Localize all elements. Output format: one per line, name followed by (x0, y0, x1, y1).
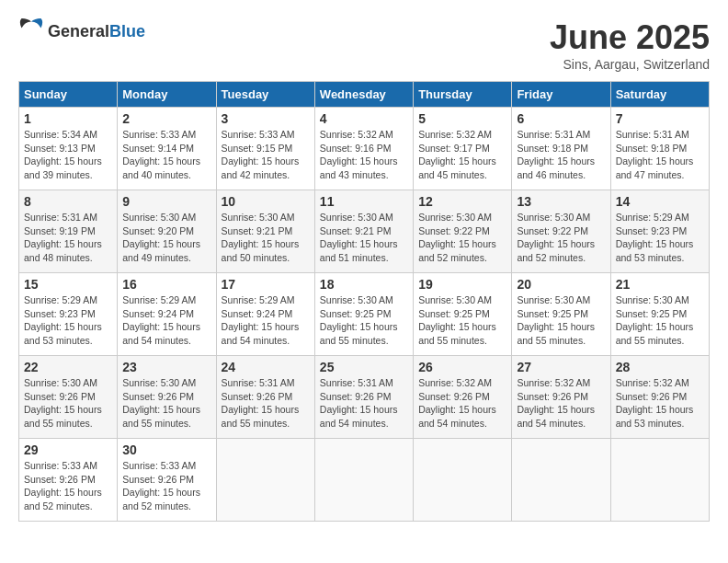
calendar-day-cell: 21 Sunrise: 5:30 AM Sunset: 9:25 PM Dayl… (610, 273, 709, 356)
day-number: 15 (24, 277, 112, 292)
daylight-hours: Daylight: 15 hours and 52 minutes. (517, 238, 595, 263)
daylight-hours: Daylight: 15 hours and 54 minutes. (222, 321, 300, 346)
day-info: Sunrise: 5:30 AM Sunset: 9:21 PM Dayligh… (320, 211, 408, 265)
day-info: Sunrise: 5:31 AM Sunset: 9:19 PM Dayligh… (24, 211, 112, 265)
calendar-day-cell: 30 Sunrise: 5:33 AM Sunset: 9:26 PM Dayl… (118, 439, 216, 522)
calendar-day-cell: 28 Sunrise: 5:32 AM Sunset: 9:26 PM Dayl… (610, 356, 709, 439)
calendar-day-cell (216, 439, 314, 522)
calendar-day-cell: 22 Sunrise: 5:30 AM Sunset: 9:26 PM Dayl… (19, 356, 118, 439)
sunrise-time: Sunrise: 5:31 AM (320, 377, 393, 388)
day-info: Sunrise: 5:33 AM Sunset: 9:15 PM Dayligh… (222, 128, 310, 182)
day-number: 7 (616, 111, 704, 126)
sunrise-time: Sunrise: 5:32 AM (418, 377, 492, 388)
day-info: Sunrise: 5:29 AM Sunset: 9:24 PM Dayligh… (122, 293, 210, 348)
sunset-time: Sunset: 9:21 PM (320, 225, 392, 236)
sunrise-time: Sunrise: 5:30 AM (517, 294, 590, 305)
calendar-day-cell: 27 Sunrise: 5:32 AM Sunset: 9:26 PM Dayl… (512, 356, 610, 439)
day-of-week-header: Monday (118, 82, 216, 108)
daylight-hours: Daylight: 15 hours and 54 minutes. (122, 321, 200, 346)
daylight-hours: Daylight: 15 hours and 53 minutes. (616, 238, 694, 263)
daylight-hours: Daylight: 15 hours and 55 minutes. (122, 404, 200, 429)
daylight-hours: Daylight: 15 hours and 48 minutes. (24, 238, 102, 263)
calendar-week-row: 8 Sunrise: 5:31 AM Sunset: 9:19 PM Dayli… (19, 190, 710, 273)
sunset-time: Sunset: 9:25 PM (616, 308, 688, 319)
sunrise-time: Sunrise: 5:34 AM (24, 129, 97, 140)
sunset-time: Sunset: 9:15 PM (222, 143, 293, 154)
day-number: 1 (24, 111, 112, 126)
sunrise-time: Sunrise: 5:33 AM (222, 129, 295, 140)
sunrise-time: Sunrise: 5:29 AM (222, 294, 295, 305)
sunrise-time: Sunrise: 5:33 AM (24, 460, 97, 471)
day-number: 21 (616, 277, 704, 292)
sunset-time: Sunset: 9:23 PM (616, 225, 688, 236)
sunset-time: Sunset: 9:22 PM (418, 225, 490, 236)
sunset-time: Sunset: 9:23 PM (24, 308, 96, 319)
calendar-day-cell (414, 439, 512, 522)
day-info: Sunrise: 5:29 AM Sunset: 9:23 PM Dayligh… (616, 211, 704, 265)
calendar-day-cell: 29 Sunrise: 5:33 AM Sunset: 9:26 PM Dayl… (19, 439, 118, 522)
day-number: 20 (517, 277, 605, 292)
day-info: Sunrise: 5:31 AM Sunset: 9:26 PM Dayligh… (320, 376, 408, 431)
sunset-time: Sunset: 9:26 PM (616, 391, 688, 402)
day-info: Sunrise: 5:32 AM Sunset: 9:26 PM Dayligh… (517, 376, 605, 431)
calendar-day-cell: 2 Sunrise: 5:33 AM Sunset: 9:14 PM Dayli… (118, 108, 216, 190)
day-number: 16 (122, 277, 210, 292)
day-number: 23 (122, 360, 210, 374)
day-of-week-header: Sunday (19, 82, 118, 108)
calendar-day-cell: 10 Sunrise: 5:30 AM Sunset: 9:21 PM Dayl… (216, 190, 314, 273)
sunrise-time: Sunrise: 5:32 AM (616, 377, 689, 388)
day-info: Sunrise: 5:30 AM Sunset: 9:22 PM Dayligh… (517, 211, 605, 265)
day-number: 11 (320, 194, 408, 209)
page-subtitle: Sins, Aargau, Switzerland (550, 57, 710, 72)
daylight-hours: Daylight: 15 hours and 55 minutes. (24, 404, 102, 429)
sunset-time: Sunset: 9:21 PM (222, 225, 293, 236)
day-number: 26 (418, 360, 506, 374)
daylight-hours: Daylight: 15 hours and 55 minutes. (320, 321, 398, 346)
sunset-time: Sunset: 9:26 PM (24, 391, 96, 402)
day-info: Sunrise: 5:30 AM Sunset: 9:20 PM Dayligh… (122, 211, 210, 265)
day-info: Sunrise: 5:30 AM Sunset: 9:26 PM Dayligh… (122, 376, 210, 431)
daylight-hours: Daylight: 15 hours and 49 minutes. (122, 238, 200, 263)
day-number: 2 (122, 111, 210, 126)
calendar-day-cell: 23 Sunrise: 5:30 AM Sunset: 9:26 PM Dayl… (118, 356, 216, 439)
sunrise-time: Sunrise: 5:30 AM (320, 294, 393, 305)
daylight-hours: Daylight: 15 hours and 43 minutes. (320, 155, 398, 180)
sunrise-time: Sunrise: 5:30 AM (122, 212, 196, 223)
day-info: Sunrise: 5:32 AM Sunset: 9:26 PM Dayligh… (418, 376, 506, 431)
sunrise-time: Sunrise: 5:32 AM (418, 129, 492, 140)
sunset-time: Sunset: 9:17 PM (418, 143, 490, 154)
calendar-week-row: 15 Sunrise: 5:29 AM Sunset: 9:23 PM Dayl… (19, 273, 710, 356)
day-of-week-header: Saturday (610, 82, 709, 108)
sunrise-time: Sunrise: 5:30 AM (517, 212, 590, 223)
daylight-hours: Daylight: 15 hours and 54 minutes. (517, 404, 595, 429)
calendar-day-cell: 19 Sunrise: 5:30 AM Sunset: 9:25 PM Dayl… (414, 273, 512, 356)
day-info: Sunrise: 5:34 AM Sunset: 9:13 PM Dayligh… (24, 128, 112, 182)
calendar-day-cell: 14 Sunrise: 5:29 AM Sunset: 9:23 PM Dayl… (610, 190, 709, 273)
day-number: 10 (222, 194, 310, 209)
daylight-hours: Daylight: 15 hours and 52 minutes. (24, 487, 102, 511)
logo-icon (18, 18, 44, 44)
calendar-day-cell: 13 Sunrise: 5:30 AM Sunset: 9:22 PM Dayl… (512, 190, 610, 273)
daylight-hours: Daylight: 15 hours and 42 minutes. (222, 155, 300, 180)
day-number: 14 (616, 194, 704, 209)
sunset-time: Sunset: 9:18 PM (517, 143, 588, 154)
daylight-hours: Daylight: 15 hours and 52 minutes. (122, 487, 200, 511)
day-number: 29 (24, 442, 112, 457)
sunset-time: Sunset: 9:26 PM (320, 391, 392, 402)
calendar-week-row: 22 Sunrise: 5:30 AM Sunset: 9:26 PM Dayl… (19, 356, 710, 439)
sunset-time: Sunset: 9:20 PM (122, 225, 194, 236)
sunset-time: Sunset: 9:25 PM (517, 308, 588, 319)
header: GeneralBlue June 2025 Sins, Aargau, Swit… (18, 18, 710, 72)
sunrise-time: Sunrise: 5:33 AM (122, 129, 196, 140)
daylight-hours: Daylight: 15 hours and 55 minutes. (418, 321, 496, 346)
sunset-time: Sunset: 9:19 PM (24, 225, 96, 236)
day-number: 9 (122, 194, 210, 209)
sunset-time: Sunset: 9:26 PM (222, 391, 293, 402)
day-info: Sunrise: 5:31 AM Sunset: 9:18 PM Dayligh… (616, 128, 704, 182)
sunset-time: Sunset: 9:24 PM (222, 308, 293, 319)
sunrise-time: Sunrise: 5:31 AM (222, 377, 295, 388)
sunset-time: Sunset: 9:25 PM (418, 308, 490, 319)
sunset-time: Sunset: 9:26 PM (517, 391, 588, 402)
daylight-hours: Daylight: 15 hours and 40 minutes. (122, 155, 200, 180)
sunrise-time: Sunrise: 5:31 AM (517, 129, 590, 140)
